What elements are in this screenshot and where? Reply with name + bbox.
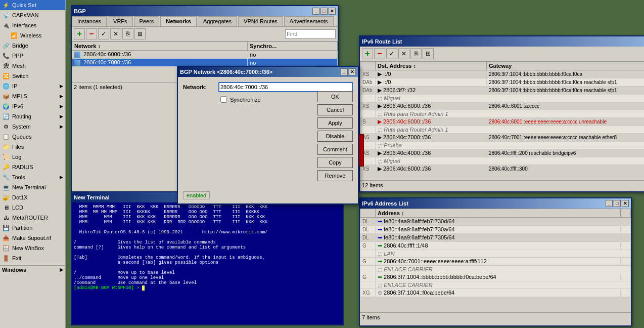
tab-peers[interactable]: Peers: [134, 16, 160, 26]
sidebar-item-bridge[interactable]: 🔗 Bridge: [0, 40, 65, 51]
dialog-minimize-button[interactable]: _: [341, 68, 348, 75]
ok-button[interactable]: OK: [317, 91, 353, 102]
comment-button[interactable]: Comment: [317, 144, 353, 155]
ipv6-addr-close-button[interactable]: ✕: [622, 200, 629, 207]
bgp-status-text: 2 items (1 selected): [74, 84, 122, 90]
find-input[interactable]: [285, 29, 336, 38]
ipv6-addr-maximize-button[interactable]: □: [614, 200, 621, 207]
table-row[interactable]: XS ▶ ::/0 2806:3f7:1004::bbbb:bbbb:bbbb:…: [360, 70, 645, 78]
comment-row: ;;; Miguel: [360, 95, 645, 102]
sidebar-item-interfaces[interactable]: 🔌 Interfaces: [0, 20, 65, 30]
ipv6-copy-button[interactable]: ⎘: [410, 48, 422, 59]
tab-instances[interactable]: Instances: [72, 16, 107, 26]
ipv6-addr-minimize-button[interactable]: _: [606, 200, 613, 207]
add-button[interactable]: +: [74, 28, 85, 39]
col-dst[interactable]: Dst. Address ↕: [376, 62, 487, 70]
table-row[interactable]: S ▶ 2806:40c:6000::/36 2806:40c:6001::ee…: [360, 118, 645, 126]
bgp-titlebar[interactable]: BGP _ □ ✕: [72, 6, 338, 16]
ipv6-route-titlebar[interactable]: IPv6 Route List _ □ ✕: [360, 36, 644, 47]
dst-cell: ▶ 2806:40c:4000::/36: [376, 149, 487, 157]
cancel-button[interactable]: Cancel: [317, 104, 353, 115]
sidebar-item-switch[interactable]: 🔀 Switch: [0, 71, 65, 81]
ipv6-check-button[interactable]: ✓: [386, 48, 397, 59]
table-row[interactable]: DL ➡ fe80::4aa9:8aff:feb7:730d/64: [360, 218, 631, 226]
sidebar-item-metarouter[interactable]: 🖧 MetaROUTER: [0, 213, 65, 223]
bgp-maximize-button[interactable]: □: [320, 8, 328, 15]
terminal-body[interactable]: MMM MMMM MMM III KKK KKK RRRRRR OOOOOO T…: [72, 202, 343, 324]
table-row[interactable]: 2806:40c:6000::/36 no: [72, 51, 338, 59]
table-row[interactable]: G ➡ 2806:40c:ffff::1/48: [360, 242, 631, 250]
table-row[interactable]: DL ➡ fe80::4aa9:8aff:feb7:730a/64: [360, 226, 631, 234]
ipv6-x-button[interactable]: ✕: [398, 48, 409, 59]
tab-vrfs[interactable]: VRFs: [108, 16, 133, 26]
table-row[interactable]: XS ▶ 2806:40c:6000::/36 2806:40c:ffff::3…: [360, 165, 645, 173]
filter-button[interactable]: ⊞: [134, 28, 146, 39]
sidebar-item-new-terminal[interactable]: 💻 New Terminal: [0, 182, 65, 192]
col-network[interactable]: Network ↕: [72, 42, 248, 51]
remove-button[interactable]: −: [86, 28, 97, 39]
sidebar-item-make-supout[interactable]: 📤 Make Supout.rif: [0, 233, 65, 243]
sidebar-item-routing[interactable]: 🔄 Routing ▶: [0, 111, 65, 121]
sidebar-item-radius[interactable]: 🔑 RADIUS: [0, 162, 65, 172]
network-flag-icon: [74, 60, 80, 66]
col-address[interactable]: Address ↕: [376, 209, 621, 218]
table-row[interactable]: AS ▶ 2806:40c:4000::/36 2806:40c:ffff::2…: [360, 149, 645, 157]
network-input[interactable]: [218, 82, 353, 92]
sidebar-item-tools[interactable]: 🔧 Tools ▶: [0, 172, 65, 182]
col-gateway[interactable]: Gateway: [487, 62, 645, 70]
sidebar-item-wireless[interactable]: 📶 Wireless: [0, 30, 65, 40]
comment-cell: ;;; Ruta para Router Admin 1: [376, 126, 645, 134]
sidebar-item-ip[interactable]: 🌐 IP ▶: [0, 81, 65, 91]
ipv6-add-button[interactable]: +: [362, 48, 373, 59]
sidebar-item-ipv6[interactable]: 🌍 IPv6 ▶: [0, 101, 65, 111]
ipv6-filter-button[interactable]: ⊞: [423, 48, 434, 59]
bgp-minimize-button[interactable]: _: [312, 8, 319, 15]
bgp-network-dialog-titlebar[interactable]: BGP Network <2806:40c:7000::/36> _ ✕: [178, 67, 358, 77]
remove-button[interactable]: Remove: [317, 170, 353, 181]
disable-button[interactable]: Disable: [317, 131, 353, 142]
apply-button[interactable]: Apply: [317, 117, 353, 129]
sidebar-item-mesh[interactable]: 🕸 Mesh: [0, 61, 65, 71]
dialog-close-button[interactable]: ✕: [349, 68, 356, 75]
ipv6-remove-button[interactable]: −: [374, 48, 385, 59]
addr-cell: ➡ 2806:40c:ffff::1/48: [376, 242, 621, 250]
sidebar-item-log[interactable]: 📜 Log: [0, 152, 65, 162]
copy-button[interactable]: ⎘: [122, 28, 133, 39]
table-row[interactable]: XS ▶ 2806:40c:6000::/36 2806:40c:6001::a…: [360, 102, 645, 110]
col-synchro[interactable]: Synchro...: [248, 42, 338, 51]
sidebar-item-capsman[interactable]: 📡 CAPsMAN: [0, 10, 65, 20]
flag-cell: [360, 126, 376, 134]
tab-aggregates[interactable]: Aggregates: [198, 16, 237, 26]
copy-dialog-button[interactable]: Copy: [317, 157, 353, 168]
table-row[interactable]: G ➡ 2806:40c:7001::eeee:eeee:eeee:a:ffff…: [360, 258, 631, 266]
tab-networks[interactable]: Networks: [160, 16, 197, 26]
sidebar-item-dot1x[interactable]: 🔐 Dot1X: [0, 192, 65, 202]
sidebar-item-new-winbox[interactable]: 🪟 New WinBox: [0, 243, 65, 253]
sidebar-item-queues[interactable]: 📋 Queues: [0, 132, 65, 142]
tab-vpn4routes[interactable]: VPN4 Routes: [238, 16, 283, 26]
sidebar-item-quickset[interactable]: ⚡ Quick Set: [0, 0, 65, 10]
flag-cell: G: [360, 242, 376, 250]
table-row[interactable]: DL ➡ fe80::4aa9:8aff:feb7:7305/64: [360, 234, 631, 242]
table-row[interactable]: DAb ▶ ::/0 2806:3f7:1004::bbbb:bbbb:bbbb…: [360, 78, 645, 87]
check-button[interactable]: ✓: [98, 28, 109, 39]
ipv6-addr-status: 7 items: [362, 314, 380, 320]
sidebar-item-partition[interactable]: 💾 Partition: [0, 223, 65, 233]
terminal-line: / Gives the list of available commands: [74, 240, 341, 245]
sidebar-item-mpls[interactable]: 📦 MPLS ▶: [0, 91, 65, 101]
sidebar-item-exit[interactable]: 🚪 Exit: [0, 253, 65, 263]
table-row[interactable]: G ➡ 2806:3f7:1004::bbbb:bbbb:bbbb:f0ca:b…: [360, 273, 631, 281]
sidebar-item-files[interactable]: 📁 Files: [0, 142, 65, 152]
table-row[interactable]: DAb ▶ 2806:3f7::/32 2806:3f7:1004::bbbb:…: [360, 87, 645, 95]
table-row[interactable]: XG ⊕ 2806:3f7:1004::f0ca:bebe/64: [360, 289, 631, 297]
sidebar-item-system[interactable]: ⚙ System ▶: [0, 121, 65, 132]
ipv6-addr-titlebar[interactable]: IPv6 Address List _ □ ✕: [360, 198, 631, 209]
sidebar-item-lcd[interactable]: 🖥 LCD: [0, 202, 65, 213]
table-row[interactable]: AS ▶ 2806:40c:7000::/36 2806:40c:7001::e…: [360, 134, 645, 142]
sidebar-item-ppp[interactable]: 📞 PPP: [0, 51, 65, 61]
bgp-close-button[interactable]: ✕: [329, 8, 336, 15]
x-button[interactable]: ✕: [110, 28, 121, 39]
synchronize-checkbox[interactable]: [220, 96, 227, 103]
tab-advertisements[interactable]: Advertisements: [284, 16, 334, 26]
sidebar-item-label: Switch: [12, 73, 28, 79]
